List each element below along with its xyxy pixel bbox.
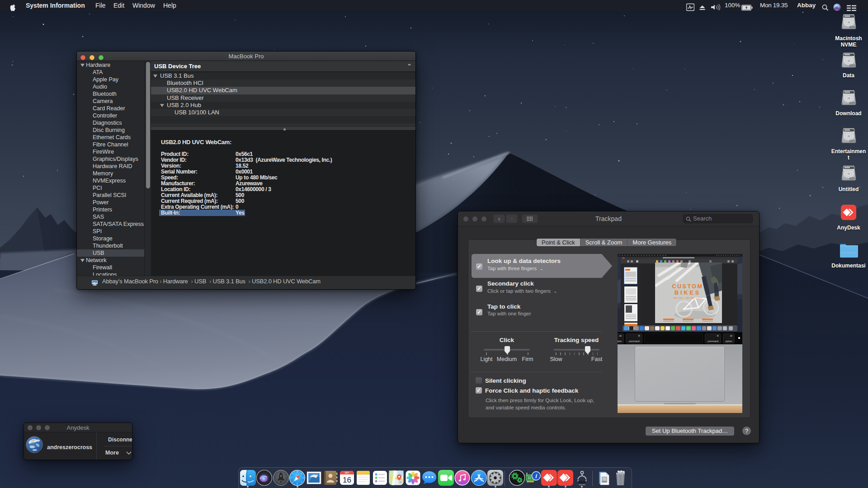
svg-text:SEP: SEP [344, 471, 349, 474]
svg-text:CUSTOM: CUSTOM [672, 283, 703, 290]
svg-text:EAST MALL, SAN FRANCISCO: EAST MALL, SAN FRANCISCO [673, 297, 702, 299]
svg-text:BIKES: BIKES [675, 290, 701, 296]
svg-text:i: i [535, 473, 537, 479]
svg-text:30: 30 [399, 481, 402, 483]
svg-text:16: 16 [343, 476, 351, 484]
